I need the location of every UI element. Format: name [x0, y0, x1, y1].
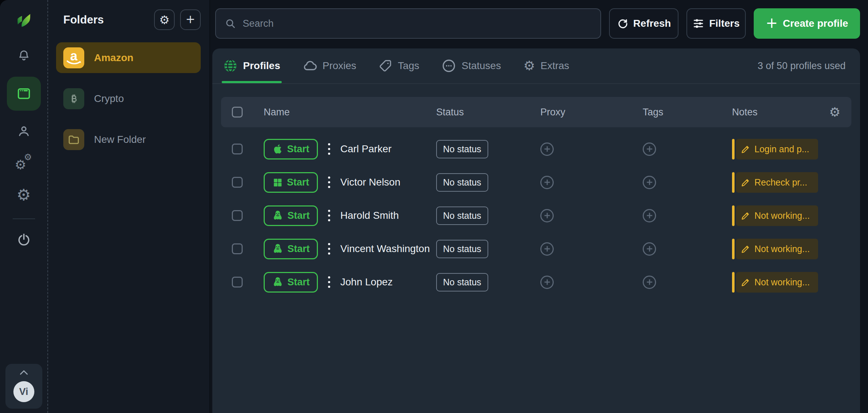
column-notes: Notes: [732, 107, 823, 118]
status-badge[interactable]: No status: [436, 173, 488, 192]
person-icon: [17, 124, 31, 139]
tab-proxies[interactable]: Proxies: [303, 48, 356, 83]
gear-icon: ⚙: [159, 14, 170, 26]
settings-nav-button[interactable]: ⚙: [13, 184, 35, 206]
add-tag-icon[interactable]: [643, 242, 656, 256]
chevron-up-icon: [19, 370, 29, 375]
globe-icon: [223, 59, 238, 73]
folder-item-amazon[interactable]: a Amazon: [56, 42, 201, 73]
note-badge[interactable]: Login and p...: [732, 139, 818, 159]
tab-tags[interactable]: Tags: [379, 48, 419, 83]
start-profile-button[interactable]: Start: [264, 205, 318, 226]
plus-icon: +: [766, 16, 778, 30]
start-profile-button[interactable]: Start: [264, 239, 318, 259]
column-name: Name: [264, 107, 436, 118]
main-area: Refresh Filters + Create profile Profile…: [210, 0, 868, 413]
profiles-usage-text: 3 of 50 profiles used: [758, 60, 846, 72]
add-proxy-icon[interactable]: [540, 242, 554, 256]
rail-nav: ⚙⚙ ⚙: [7, 45, 41, 206]
avatar[interactable]: Vi: [13, 381, 34, 402]
note-badge[interactable]: Not working...: [732, 272, 818, 293]
profiles-nav-button[interactable]: [7, 77, 41, 111]
pencil-icon: [741, 144, 750, 154]
row-checkbox[interactable]: [232, 144, 243, 154]
search-input[interactable]: [242, 18, 592, 30]
folder-label: Amazon: [94, 52, 133, 64]
table-settings-gear-icon[interactable]: ⚙: [829, 106, 841, 119]
row-menu-kebab-icon[interactable]: [327, 142, 332, 156]
accounts-nav-button[interactable]: [13, 120, 35, 142]
row-menu-kebab-icon[interactable]: [327, 208, 332, 223]
table-header: Name Status Proxy Tags Notes ⚙: [221, 97, 851, 127]
row-checkbox[interactable]: [232, 277, 243, 288]
status-badge[interactable]: No status: [436, 140, 488, 158]
refresh-label: Refresh: [633, 18, 671, 29]
tab-profiles[interactable]: Profiles: [223, 48, 280, 83]
add-proxy-icon[interactable]: [540, 209, 554, 222]
power-icon: [17, 233, 31, 247]
automation-nav-button[interactable]: ⚙⚙: [13, 152, 35, 174]
start-label: Start: [288, 243, 310, 255]
refresh-button[interactable]: Refresh: [609, 8, 678, 39]
note-badge[interactable]: Recheck pr...: [732, 172, 818, 193]
status-badge[interactable]: No status: [436, 206, 488, 225]
create-profile-button[interactable]: + Create profile: [754, 8, 860, 39]
pencil-icon: [741, 277, 750, 287]
folder-list: a Amazon Crypto New Folder: [56, 42, 201, 155]
folders-settings-button[interactable]: ⚙: [154, 9, 175, 30]
tab-label: Profiles: [243, 60, 280, 72]
app-window: ⚙⚙ ⚙ Vi Folders ⚙ + a Amazon Crypto: [0, 0, 868, 413]
start-profile-button[interactable]: Start: [264, 172, 318, 193]
profile-name: John Lopez: [340, 276, 393, 288]
status-badge[interactable]: No status: [436, 273, 488, 291]
add-tag-icon[interactable]: [643, 176, 656, 189]
column-status: Status: [436, 107, 540, 118]
gear-icon: ⚙: [523, 59, 535, 72]
add-proxy-icon[interactable]: [540, 276, 554, 289]
start-label: Start: [287, 177, 309, 188]
search-icon: [225, 18, 236, 29]
filters-button[interactable]: Filters: [686, 8, 746, 39]
row-menu-kebab-icon[interactable]: [327, 242, 332, 256]
add-tag-icon[interactable]: [643, 209, 656, 222]
note-badge[interactable]: Not working...: [732, 239, 818, 259]
tab-label: Extras: [540, 60, 569, 72]
note-text: Not working...: [754, 277, 810, 288]
start-profile-button[interactable]: Start: [264, 139, 318, 159]
tag-icon: [379, 59, 392, 73]
search-box[interactable]: [215, 8, 601, 39]
pencil-icon: [741, 211, 750, 221]
add-folder-button[interactable]: +: [180, 9, 201, 30]
add-tag-icon[interactable]: [643, 276, 656, 289]
row-checkbox[interactable]: [232, 243, 243, 254]
pencil-icon: [741, 244, 750, 254]
folder-label: New Folder: [94, 134, 146, 145]
note-badge[interactable]: Not working...: [732, 205, 818, 226]
select-all-checkbox[interactable]: [232, 107, 243, 118]
add-tag-icon[interactable]: [643, 142, 656, 156]
notifications-button[interactable]: [13, 45, 35, 67]
power-button[interactable]: [13, 229, 35, 251]
tab-extras[interactable]: ⚙ Extras: [523, 48, 569, 83]
folder-item-crypto[interactable]: Crypto: [56, 83, 201, 114]
status-circle-icon: [442, 59, 456, 73]
globe-icon: [223, 59, 238, 73]
row-menu-kebab-icon[interactable]: [327, 175, 332, 190]
plus-icon: +: [186, 13, 195, 25]
tab-label: Tags: [398, 60, 419, 72]
add-proxy-icon[interactable]: [540, 176, 554, 189]
row-menu-kebab-icon[interactable]: [327, 275, 332, 289]
add-proxy-icon[interactable]: [540, 142, 554, 156]
profile-name: Vincent Washington: [340, 243, 430, 255]
tab-statuses[interactable]: Statuses: [442, 48, 501, 83]
folder-item-new-folder[interactable]: New Folder: [56, 124, 201, 155]
start-label: Start: [287, 144, 310, 155]
start-profile-button[interactable]: Start: [264, 272, 318, 293]
status-badge[interactable]: No status: [436, 240, 488, 258]
refresh-icon: [617, 18, 628, 29]
account-widget[interactable]: Vi: [5, 364, 42, 409]
create-profile-label: Create profile: [783, 18, 848, 29]
row-checkbox[interactable]: [232, 210, 243, 221]
folder-label: Crypto: [94, 93, 124, 105]
row-checkbox[interactable]: [232, 177, 243, 188]
